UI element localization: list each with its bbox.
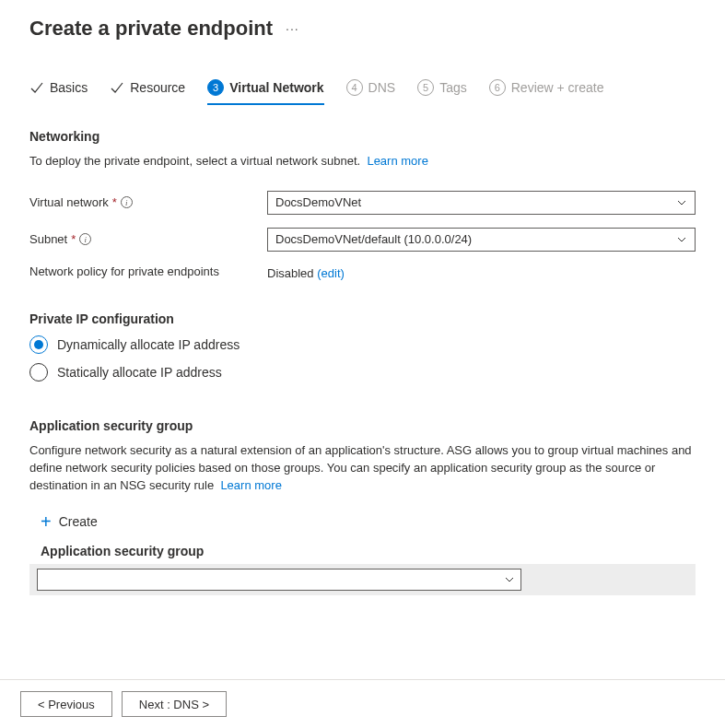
required-icon: *: [71, 232, 76, 246]
subnet-label: Subnet: [29, 232, 67, 246]
step-badge-5: 5: [417, 79, 434, 96]
chevron-down-icon: [676, 197, 687, 208]
plus-icon: +: [41, 512, 52, 531]
tab-resource[interactable]: Resource: [110, 80, 185, 104]
previous-button[interactable]: < Previous: [20, 691, 112, 717]
tab-label-vnet: Virtual Network: [229, 80, 323, 95]
radio-static-label: Statically allocate IP address: [57, 365, 222, 380]
networking-learn-more-link[interactable]: Learn more: [367, 154, 427, 168]
asg-select[interactable]: [37, 569, 521, 591]
radio-dynamic[interactable]: Dynamically allocate IP address: [29, 335, 696, 354]
tab-dns: 4 DNS: [346, 79, 396, 105]
vnet-label: Virtual network: [29, 195, 109, 209]
tab-label-resource: Resource: [130, 80, 185, 95]
check-icon: [29, 80, 44, 95]
section-ip-config: Private IP configuration Dynamically all…: [29, 311, 696, 382]
networking-title: Networking: [29, 129, 696, 144]
tab-tags: 5 Tags: [417, 79, 467, 105]
tab-label-tags: Tags: [439, 80, 467, 95]
info-icon[interactable]: i: [79, 233, 91, 245]
step-badge-3: 3: [207, 79, 224, 96]
networking-desc: To deploy the private endpoint, select a…: [29, 153, 696, 170]
wizard-tabs: Basics Resource 3 Virtual Network 4 DNS …: [29, 79, 696, 105]
next-button[interactable]: Next : DNS >: [122, 691, 227, 717]
subnet-select[interactable]: DocsDemoVNet/default (10.0.0.0/24): [267, 228, 696, 252]
tab-label-basics: Basics: [50, 80, 88, 95]
asg-column-header: Application security group: [41, 544, 696, 558]
asg-learn-more-link[interactable]: Learn more: [220, 478, 281, 492]
footer-bar: < Previous Next : DNS >: [0, 679, 725, 728]
section-networking: Networking To deploy the private endpoin…: [29, 129, 696, 280]
ip-config-title: Private IP configuration: [29, 311, 696, 326]
step-badge-4: 4: [346, 79, 363, 96]
vnet-select-value: DocsDemoVNet: [275, 195, 361, 209]
tab-virtual-network[interactable]: 3 Virtual Network: [207, 79, 323, 105]
radio-dynamic-label: Dynamically allocate IP address: [57, 337, 240, 352]
policy-label: Network policy for private endpoints: [29, 264, 219, 278]
tab-label-dns: DNS: [368, 80, 396, 95]
chevron-down-icon: [676, 234, 687, 245]
step-badge-6: 6: [489, 79, 506, 96]
asg-title: Application security group: [29, 418, 696, 433]
asg-create-button[interactable]: + Create: [41, 512, 98, 531]
radio-icon: [29, 335, 48, 354]
section-asg: Application security group Configure net…: [29, 418, 696, 596]
networking-desc-text: To deploy the private endpoint, select a…: [29, 154, 360, 168]
page-title: Create a private endpoint: [29, 17, 273, 41]
tab-basics[interactable]: Basics: [29, 80, 88, 104]
vnet-select[interactable]: DocsDemoVNet: [267, 191, 696, 215]
tab-label-review: Review + create: [511, 80, 604, 95]
policy-edit-link[interactable]: (edit): [317, 266, 345, 280]
tab-review: 6 Review + create: [489, 79, 604, 105]
radio-static[interactable]: Statically allocate IP address: [29, 363, 696, 382]
chevron-down-icon: [504, 574, 515, 585]
asg-row: [29, 564, 696, 595]
info-icon[interactable]: i: [121, 196, 133, 208]
radio-icon: [29, 363, 48, 382]
required-icon: *: [112, 195, 117, 209]
more-icon[interactable]: ···: [286, 21, 299, 36]
asg-desc: Configure network security as a natural …: [29, 443, 692, 492]
policy-value: Disabled: [267, 266, 314, 280]
asg-create-label: Create: [59, 514, 98, 529]
check-icon: [110, 80, 124, 95]
subnet-select-value: DocsDemoVNet/default (10.0.0.0/24): [275, 232, 472, 246]
